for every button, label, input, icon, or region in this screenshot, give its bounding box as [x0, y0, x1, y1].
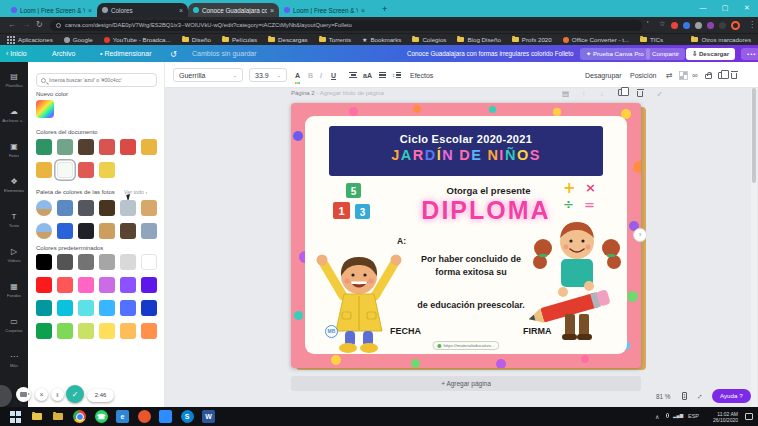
bookmark-item[interactable]: Colegios: [412, 36, 446, 43]
photo-color-swatch[interactable]: [141, 200, 157, 216]
girl-clipart-image[interactable]: [527, 206, 627, 354]
sidebar-item-fotos[interactable]: ▣Fotos: [0, 132, 28, 167]
new-tab-button[interactable]: +: [382, 4, 387, 14]
default-color-swatch[interactable]: [57, 323, 73, 339]
file-menu[interactable]: Archivo: [52, 50, 75, 57]
bookmark-item[interactable]: Blog Diseño: [457, 36, 500, 43]
document-color-swatch[interactable]: [99, 139, 115, 155]
extension-icon[interactable]: [683, 22, 690, 29]
sidebar-item-texto[interactable]: TTexto: [0, 202, 28, 237]
notification-center-icon[interactable]: [745, 413, 753, 420]
default-color-swatch[interactable]: [141, 254, 157, 270]
default-color-swatch[interactable]: [57, 254, 73, 270]
resize-button[interactable]: • Redimensionar: [100, 50, 152, 57]
extension-icon[interactable]: [695, 22, 702, 29]
default-color-swatch[interactable]: [141, 323, 157, 339]
recorder-camera-button[interactable]: [16, 387, 31, 402]
taskbar-app-word[interactable]: W: [202, 410, 215, 423]
browser-tab[interactable]: Colores×: [97, 3, 188, 17]
bookmark-item[interactable]: YouTube - Broadca...: [104, 36, 171, 43]
page-duplicate-icon[interactable]: [618, 89, 624, 98]
diploma-card[interactable]: Ciclo Escolar 2020-2021 JARDÍNDENIÑOS 5 …: [305, 116, 627, 354]
page-label[interactable]: Página 2 - Agregar título de página: [291, 90, 384, 96]
taskbar-app-start[interactable]: [9, 410, 22, 423]
add-page-button[interactable]: + Agregar página: [291, 376, 641, 391]
photo-color-swatch[interactable]: [78, 200, 94, 216]
photo-color-swatch[interactable]: [99, 200, 115, 216]
canva-pro-button[interactable]: ✦ Prueba Canva Pro: [580, 48, 650, 60]
document-color-swatch[interactable]: [57, 139, 73, 155]
photo-color-swatch[interactable]: [120, 223, 136, 239]
window-close-button[interactable]: ✕: [736, 0, 758, 15]
more-options-button[interactable]: •••: [741, 48, 758, 60]
lock-icon[interactable]: [705, 68, 712, 82]
recorder-close-button[interactable]: ×: [35, 388, 48, 401]
taskbar-app-photos-folder[interactable]: [52, 410, 65, 423]
page-expand-icon[interactable]: ↕: [655, 89, 664, 98]
default-color-swatch[interactable]: [120, 277, 136, 293]
spacing-button[interactable]: ↕: [392, 68, 401, 82]
flip-icon[interactable]: ⇄: [666, 68, 673, 82]
default-color-swatch[interactable]: [99, 277, 115, 293]
document-color-swatch[interactable]: [36, 162, 52, 178]
profile-avatar[interactable]: [731, 21, 740, 30]
sidebar-item-carpetas[interactable]: ▭Carpetas: [0, 307, 28, 342]
photo-palette-thumbnail[interactable]: [36, 200, 52, 216]
new-color-swatch[interactable]: [36, 100, 54, 118]
reload-icon[interactable]: ↻: [36, 20, 43, 29]
browser-tab[interactable]: Loom | Free Screen & Vide...×: [279, 3, 370, 17]
taskbar-app-app-orange[interactable]: [138, 410, 151, 423]
extension-icon[interactable]: [707, 22, 714, 29]
sidebar-item-archivoss[interactable]: ☁Archivos s...: [0, 97, 28, 132]
bookmark-item[interactable]: Torrents: [319, 36, 351, 43]
italic-button[interactable]: I: [320, 68, 322, 82]
default-color-swatch[interactable]: [120, 323, 136, 339]
default-color-swatch[interactable]: [99, 254, 115, 270]
default-color-swatch[interactable]: [36, 254, 52, 270]
taskbar-app-file-explorer[interactable]: [30, 410, 43, 423]
sidebar-item-plantillas[interactable]: ▤Plantillas: [0, 62, 28, 97]
default-color-swatch[interactable]: [99, 323, 115, 339]
window-maximize-button[interactable]: ▢: [714, 0, 736, 15]
default-color-swatch[interactable]: [78, 277, 94, 293]
download-button[interactable]: ⇩ Descargar: [686, 48, 735, 60]
link-icon[interactable]: ∞: [692, 68, 698, 82]
page-notes-icon[interactable]: ▤: [562, 89, 569, 98]
default-color-swatch[interactable]: [36, 277, 52, 293]
photo-color-swatch[interactable]: [120, 200, 136, 216]
transparency-icon[interactable]: [679, 68, 688, 82]
tray-chevron-icon[interactable]: ∧: [655, 413, 659, 420]
extension-icon[interactable]: [719, 22, 726, 29]
ungroup-button[interactable]: Desagrupar: [585, 68, 622, 82]
default-color-swatch[interactable]: [57, 300, 73, 316]
bookmark-item[interactable]: Películas: [222, 36, 257, 43]
default-color-swatch[interactable]: [78, 254, 94, 270]
help-button[interactable]: Ayuda ?: [712, 389, 751, 403]
text-color-button[interactable]: A: [295, 68, 300, 82]
color-search-input[interactable]: [49, 77, 152, 83]
bookmark-item[interactable]: Descargas: [268, 36, 308, 43]
default-color-swatch[interactable]: [78, 300, 94, 316]
default-color-swatch[interactable]: [141, 300, 157, 316]
tab-close-icon[interactable]: ×: [179, 7, 183, 14]
share-button[interactable]: Compartir: [646, 48, 685, 60]
list-button[interactable]: [379, 68, 386, 82]
bookmark-item[interactable]: Google: [64, 36, 93, 43]
delete-icon[interactable]: [731, 68, 737, 82]
tab-close-icon[interactable]: ×: [361, 7, 365, 14]
school-year-text[interactable]: Ciclo Escolar 2020-2021: [329, 133, 603, 145]
photo-color-swatch[interactable]: [57, 200, 73, 216]
recorder-pause-button[interactable]: ‖: [51, 388, 64, 401]
effects-button[interactable]: Efectos: [410, 68, 433, 82]
taskbar-app-chrome[interactable]: [73, 410, 86, 423]
taskbar-app-zoom[interactable]: [159, 410, 172, 423]
default-color-swatch[interactable]: [120, 254, 136, 270]
document-color-swatch[interactable]: [57, 162, 73, 178]
undo-icon[interactable]: ↺: [170, 50, 177, 59]
document-color-swatch[interactable]: [78, 162, 94, 178]
photo-color-swatch[interactable]: [78, 223, 94, 239]
default-color-swatch[interactable]: [36, 300, 52, 316]
tab-close-icon[interactable]: ×: [270, 7, 274, 14]
recorder-finish-button[interactable]: ✓: [66, 385, 84, 403]
fullscreen-icon[interactable]: ↕: [695, 392, 704, 401]
